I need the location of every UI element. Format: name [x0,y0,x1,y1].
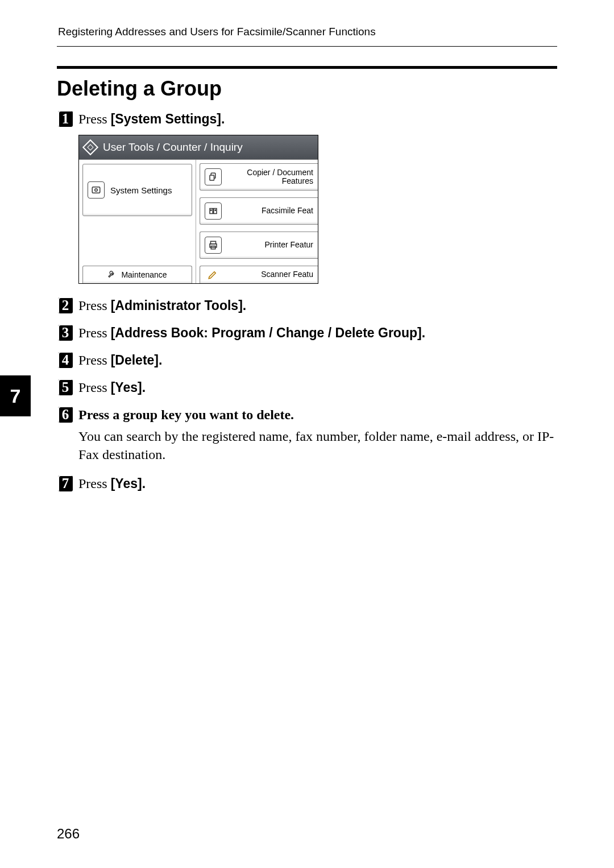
svg-rect-5 [214,209,217,214]
diamond-icon [82,139,98,155]
step-2: 2 Press [Administrator Tools]. [58,297,557,313]
step-5-prefix: Press [78,380,111,395]
header-rule [57,46,557,47]
chapter-tab: 7 [0,375,31,416]
step-5-text: Press [Yes]. [78,380,146,395]
page-title: Deleting a Group [57,77,557,101]
step-number-icon: 2 [58,297,73,313]
step-7-bold: [Yes] [111,476,142,491]
step-number-icon: 3 [58,325,73,341]
step-7-prefix: Press [78,476,111,491]
printer-icon [205,237,222,254]
svg-point-6 [211,210,212,211]
copier-features-label: Copier / Document Features [227,168,313,186]
step-2-suffix: . [243,298,246,313]
step-number-icon: 5 [58,379,73,395]
step-1-suffix: . [221,111,225,126]
step-5-bold: [Yes] [111,380,142,395]
step-6-text: Press a group key you want to delete. [78,407,294,423]
svg-point-1 [95,189,98,192]
copier-features-button[interactable]: Copier / Document Features [200,163,318,191]
step-6: 6 Press a group key you want to delete. … [58,407,557,464]
system-settings-button[interactable]: System Settings [82,164,192,216]
embedded-screenshot: User Tools / Counter / Inquiry System Se… [78,135,318,284]
printer-features-label: Printer Featur [227,241,313,249]
svg-rect-4 [210,209,213,214]
step-1: 1 Press [System Settings]. User Tools / … [58,111,557,284]
printer-features-button[interactable]: Printer Featur [200,232,318,259]
page-number: 266 [57,826,80,842]
screenshot-title-text: User Tools / Counter / Inquiry [103,141,243,154]
step-5-suffix: . [142,380,146,395]
step-3-text: Press [Address Book: Program / Change / … [78,325,425,341]
step-4-text: Press [Delete]. [78,353,162,368]
step-3-prefix: Press [78,325,111,340]
step-4-bold: [Delete] [111,353,159,367]
section-rule [57,66,557,69]
step-number-icon: 6 [58,407,73,423]
step-2-bold: [Administrator Tools] [111,298,243,313]
step-2-prefix: Press [78,298,111,313]
system-settings-label: System Settings [110,185,172,195]
gear-box-icon [88,181,105,199]
screenshot-titlebar: User Tools / Counter / Inquiry [79,135,318,159]
step-number-icon: 4 [58,352,73,368]
scanner-features-label: Scanner Featu [226,270,313,279]
step-3-bold: [Address Book: Program / Change / Delete… [111,325,422,340]
maintenance-button[interactable]: Maintenance [82,266,192,283]
scanner-features-button[interactable]: Scanner Featu [200,266,318,283]
step-1-text: Press [System Settings]. [78,111,225,127]
step-7-suffix: . [142,476,146,491]
running-header: Registering Addresses and Users for Facs… [58,26,557,38]
maintenance-label: Maintenance [121,270,167,279]
wrench-icon [107,270,117,280]
facsimile-features-label: Facsimile Feat [227,206,313,215]
step-6-body: You can search by the registered name, f… [78,427,557,464]
step-1-bold: [System Settings] [111,111,221,126]
step-2-text: Press [Administrator Tools]. [78,298,246,313]
step-4-prefix: Press [78,353,111,367]
pen-icon [205,270,221,280]
step-1-prefix: Press [78,111,111,126]
step-7-text: Press [Yes]. [78,476,146,491]
step-number-icon: 7 [58,476,73,491]
step-5: 5 Press [Yes]. [58,379,557,395]
step-4-suffix: . [159,353,162,367]
svg-rect-3 [210,175,214,180]
svg-point-7 [215,210,216,211]
step-7: 7 Press [Yes]. [58,476,557,491]
fax-icon [205,202,222,220]
step-number-icon: 1 [58,111,73,127]
step-4: 4 Press [Delete]. [58,352,557,368]
svg-rect-0 [92,187,100,193]
copier-icon [205,168,222,185]
step-3: 3 Press [Address Book: Program / Change … [58,325,557,341]
facsimile-features-button[interactable]: Facsimile Feat [200,197,318,225]
step-3-suffix: . [422,325,425,340]
